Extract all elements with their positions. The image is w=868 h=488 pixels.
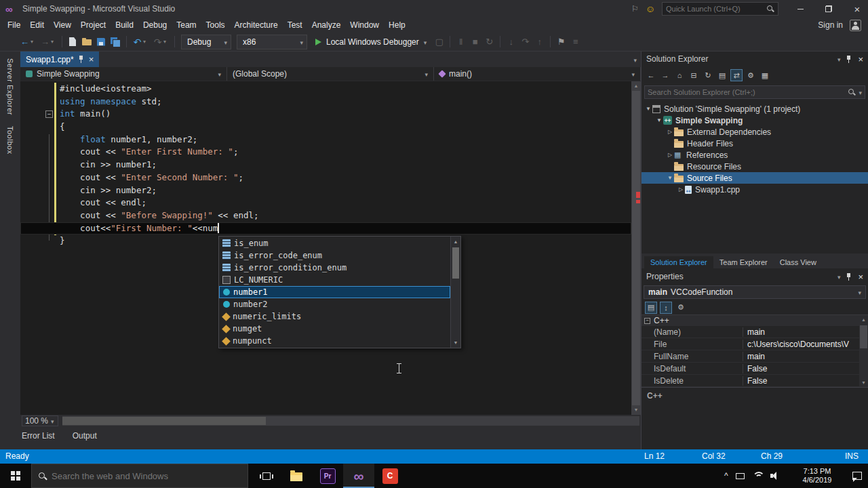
tree-item-resource-files[interactable]: Resource Files [642, 161, 868, 172]
tree-item-simple-swapping[interactable]: ▼Simple Swapping [642, 115, 868, 126]
scroll-down-icon[interactable]: ▼ [451, 338, 460, 348]
menu-item-tools[interactable]: Tools [201, 18, 230, 33]
alphabetical-icon[interactable]: ↕ [660, 302, 672, 314]
feedback-flag-icon[interactable] [631, 4, 639, 14]
new-file-icon[interactable] [66, 35, 80, 49]
taskbar-screen-recorder[interactable]: C [374, 464, 406, 488]
property-pages-icon[interactable]: ⚙ [675, 302, 687, 314]
expander-icon[interactable]: ▷ [666, 152, 674, 158]
scrollbar-thumb[interactable] [632, 91, 640, 405]
project-dropdown[interactable]: Simple Swapping [20, 67, 227, 81]
feedback-smiley-icon[interactable] [646, 3, 655, 14]
task-view-button[interactable] [252, 464, 281, 488]
taskbar-search-box[interactable] [31, 464, 248, 488]
pin-icon[interactable] [79, 56, 84, 63]
bookmark-icon[interactable] [554, 35, 568, 49]
expander-icon[interactable]: ▼ [644, 106, 652, 112]
panel-tab-error-list[interactable]: Error List [22, 431, 55, 441]
show-all-files-icon[interactable]: ▤ [716, 69, 728, 81]
tree-item-references[interactable]: ▷References [642, 149, 868, 161]
redo-icon[interactable]: ▾ [151, 35, 171, 49]
quick-launch-input[interactable] [666, 5, 766, 13]
solution-search-box[interactable] [644, 85, 865, 99]
properties-icon[interactable]: ⚙ [745, 69, 757, 81]
property-row-name[interactable]: (Name)main [642, 326, 859, 338]
forward-icon[interactable]: → [659, 69, 671, 81]
pin-icon[interactable] [846, 56, 852, 63]
code-line-4[interactable]: { [20, 121, 631, 134]
taskbar-clock[interactable]: 7:13 PM 4/6/2019 [795, 464, 840, 488]
menu-item-architecture[interactable]: Architecture [230, 18, 283, 33]
menu-item-debug[interactable]: Debug [138, 18, 172, 33]
start-button[interactable] [0, 464, 31, 488]
code-line-11[interactable]: cout << "Before Swapping!" << endl; [20, 209, 631, 222]
completion-number1[interactable]: number1 [219, 286, 450, 298]
wifi-icon[interactable] [752, 472, 763, 480]
panel-tab-team-explorer[interactable]: Team Explorer [713, 256, 774, 268]
user-avatar-icon[interactable] [850, 20, 861, 31]
property-row-file[interactable]: Filec:\Users\cisco\Documents\V [642, 338, 859, 350]
solution-explorer-header[interactable]: Solution Explorer [642, 52, 868, 66]
tray-expand-icon[interactable] [724, 471, 728, 481]
nav-backward-icon[interactable]: ▾ [18, 35, 38, 49]
editor-vertical-scrollbar[interactable]: ▲ ▼ [631, 81, 641, 415]
scrollbar-thumb[interactable] [452, 247, 459, 279]
expander-icon[interactable]: ▷ [677, 186, 685, 192]
breakpoints-window-icon[interactable] [432, 35, 446, 49]
scroll-up-icon[interactable]: ▲ [451, 237, 460, 247]
completion-is-error-condition-enum[interactable]: is_error_condition_enum [219, 262, 450, 274]
code-line-2[interactable]: using namespace std; [20, 96, 631, 108]
completion-numpunct[interactable]: numpunct [219, 335, 450, 347]
sync-active-document-icon[interactable]: ⇄ [730, 69, 743, 81]
menu-item-analyze[interactable]: Analyze [307, 18, 346, 33]
completion-is-error-code-enum[interactable]: is_error_code_enum [219, 249, 450, 262]
window-position-chevron-icon[interactable] [837, 272, 841, 281]
code-line-9[interactable]: cin >> number2; [20, 184, 631, 197]
pin-icon[interactable] [846, 273, 852, 281]
categorized-icon[interactable]: ▤ [645, 302, 657, 314]
member-dropdown[interactable]: main() [434, 67, 641, 81]
document-list-chevron-icon[interactable] [633, 55, 641, 64]
volume-icon[interactable] [770, 472, 779, 480]
properties-header[interactable]: Properties [642, 268, 868, 285]
action-center-button[interactable] [846, 464, 868, 488]
restore-button[interactable] [818, 0, 840, 18]
task-list-icon[interactable] [568, 35, 583, 49]
start-debugging-button[interactable]: Local Windows Debugger [311, 35, 431, 49]
collapse-all-icon[interactable]: ⊟ [688, 69, 700, 81]
panel-tab-solution-explorer[interactable]: Solution Explorer [644, 256, 713, 268]
menu-item-project[interactable]: Project [76, 18, 111, 33]
scroll-up-icon[interactable]: ▲ [859, 315, 868, 324]
preview-icon[interactable]: ▦ [759, 69, 771, 81]
menu-item-build[interactable]: Build [111, 18, 138, 33]
taskbar-file-explorer[interactable] [281, 464, 312, 488]
close-icon[interactable] [858, 272, 863, 282]
platform-dropdown[interactable]: x86 [237, 35, 307, 49]
code-line-1[interactable]: #include<iostream> [20, 83, 631, 96]
document-tab[interactable]: Swapp1.cpp* [20, 52, 99, 67]
restart-icon[interactable] [482, 35, 496, 49]
step-into-icon[interactable] [504, 35, 518, 49]
completion-number2[interactable]: number2 [219, 298, 450, 310]
panel-tab-class-view[interactable]: Class View [774, 256, 823, 268]
editor-horizontal-scrollbar[interactable] [62, 416, 639, 426]
save-icon[interactable] [94, 35, 108, 49]
side-tab-toolbox[interactable]: Toolbox [6, 126, 14, 154]
home-icon[interactable]: ⌂ [673, 69, 686, 81]
intellisense-scrollbar[interactable]: ▲ ▼ [450, 237, 460, 348]
menu-item-view[interactable]: View [49, 18, 76, 33]
save-all-icon[interactable] [108, 35, 123, 49]
tree-item-external-dependencies[interactable]: ▷External Dependencies [642, 126, 868, 138]
step-out-icon[interactable] [532, 35, 547, 49]
property-row-isdefault[interactable]: IsDefaultFalse [642, 363, 859, 375]
code-line-12[interactable]: cout<<"First Number: "<<num [20, 222, 631, 235]
completion-numeric-limits[interactable]: numeric_limits [219, 310, 450, 323]
nav-forward-icon[interactable]: ▾ [38, 35, 58, 49]
undo-icon[interactable]: ▾ [130, 35, 151, 49]
menu-item-window[interactable]: Window [345, 18, 384, 33]
expander-icon[interactable]: ▷ [666, 129, 674, 135]
menu-item-file[interactable]: File [3, 18, 25, 33]
open-file-icon[interactable] [80, 35, 94, 49]
zoom-dropdown[interactable]: 100 % [22, 415, 58, 426]
fold-toggle-icon[interactable]: − [45, 110, 53, 118]
